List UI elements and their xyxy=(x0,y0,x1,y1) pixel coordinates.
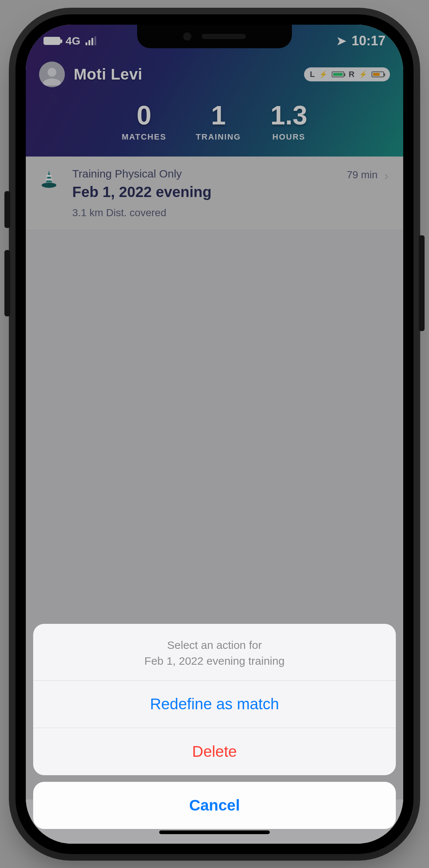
side-button xyxy=(4,250,10,316)
cancel-button[interactable]: Cancel xyxy=(33,782,396,829)
side-button xyxy=(4,191,10,228)
home-indicator[interactable] xyxy=(159,830,270,834)
phone-frame: 4G ➤ 10:17 Moti Levi L ⚡ xyxy=(15,14,414,854)
redefine-as-match-button[interactable]: Redefine as match xyxy=(33,681,396,728)
action-sheet-title-line: Feb 1, 2022 evening training xyxy=(48,653,381,669)
action-sheet-title-line: Select an action for xyxy=(48,637,381,653)
action-sheet-title: Select an action for Feb 1, 2022 evening… xyxy=(33,624,396,681)
screen: 4G ➤ 10:17 Moti Levi L ⚡ xyxy=(26,25,403,844)
action-sheet: Select an action for Feb 1, 2022 evening… xyxy=(33,624,396,829)
delete-button[interactable]: Delete xyxy=(33,728,396,775)
side-button xyxy=(419,235,425,331)
